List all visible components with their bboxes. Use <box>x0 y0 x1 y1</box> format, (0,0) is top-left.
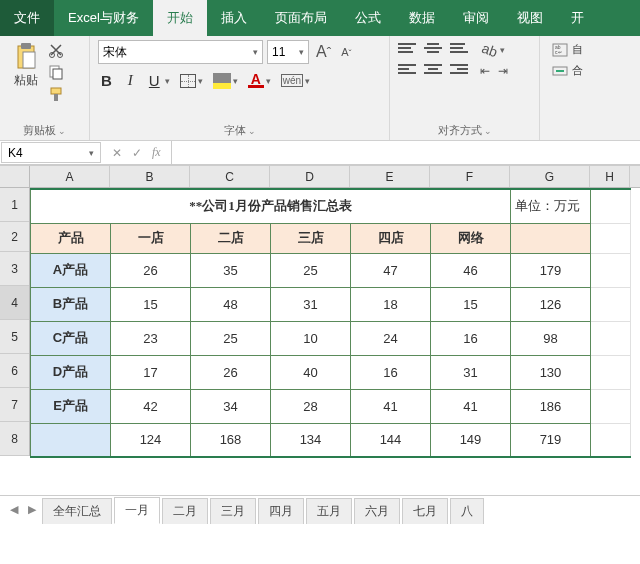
cell[interactable]: 18 <box>351 287 431 321</box>
column-header[interactable]: C <box>190 166 270 187</box>
column-header[interactable]: A <box>30 166 110 187</box>
row-header[interactable]: 3 <box>0 252 29 286</box>
cell[interactable]: 15 <box>431 287 511 321</box>
cell[interactable]: 179 <box>511 253 591 287</box>
cell[interactable]: 41 <box>351 389 431 423</box>
cell[interactable]: D产品 <box>31 355 111 389</box>
sheet-tab-all[interactable]: 全年汇总 <box>42 498 112 524</box>
cell[interactable]: 四店 <box>351 223 431 253</box>
row-header[interactable]: 7 <box>0 388 29 422</box>
cell[interactable]: C产品 <box>31 321 111 355</box>
cell[interactable]: 130 <box>511 355 591 389</box>
row-header[interactable]: 8 <box>0 422 29 456</box>
formula-input[interactable] <box>172 141 640 164</box>
cell[interactable]: 网络 <box>431 223 511 253</box>
row-header[interactable]: 1 <box>0 188 29 222</box>
cell[interactable]: 134 <box>271 423 351 457</box>
cell[interactable]: 168 <box>191 423 271 457</box>
column-header[interactable]: H <box>590 166 630 187</box>
sheet-tab-feb[interactable]: 二月 <box>162 498 208 524</box>
cell[interactable]: 719 <box>511 423 591 457</box>
cell[interactable]: 40 <box>271 355 351 389</box>
column-header[interactable]: G <box>510 166 590 187</box>
menu-formula[interactable]: 公式 <box>341 0 395 36</box>
cell[interactable] <box>511 223 591 253</box>
cell[interactable]: 24 <box>351 321 431 355</box>
cell[interactable]: 25 <box>191 321 271 355</box>
underline-button[interactable]: U▾ <box>146 72 170 89</box>
sheet-tab-mar[interactable]: 三月 <box>210 498 256 524</box>
cell[interactable]: **公司1月份产品销售汇总表 <box>31 189 511 223</box>
cell[interactable]: 产品 <box>31 223 111 253</box>
bold-button[interactable]: B <box>98 72 115 89</box>
sheet-tab-may[interactable]: 五月 <box>306 498 352 524</box>
cell[interactable]: 46 <box>431 253 511 287</box>
cell[interactable]: 10 <box>271 321 351 355</box>
cell[interactable]: 三店 <box>271 223 351 253</box>
cell[interactable]: 35 <box>191 253 271 287</box>
cell[interactable] <box>591 287 631 321</box>
orientation-button[interactable]: ab▾ <box>482 42 505 58</box>
cell[interactable]: 15 <box>111 287 191 321</box>
cell[interactable]: 23 <box>111 321 191 355</box>
confirm-icon[interactable]: ✓ <box>132 146 142 160</box>
cell[interactable]: 144 <box>351 423 431 457</box>
cell[interactable]: 28 <box>271 389 351 423</box>
column-header[interactable]: D <box>270 166 350 187</box>
align-bottom-icon[interactable] <box>450 43 468 57</box>
cell[interactable]: 单位：万元 <box>511 189 591 223</box>
font-size-selector[interactable]: 11 ▾ <box>267 40 309 64</box>
row-header[interactable]: 5 <box>0 320 29 354</box>
menu-view[interactable]: 视图 <box>503 0 557 36</box>
cancel-icon[interactable]: ✕ <box>112 146 122 160</box>
cell[interactable]: 34 <box>191 389 271 423</box>
align-middle-icon[interactable] <box>424 43 442 57</box>
cell[interactable]: 16 <box>351 355 431 389</box>
cell[interactable]: 42 <box>111 389 191 423</box>
column-header[interactable]: B <box>110 166 190 187</box>
row-header[interactable]: 2 <box>0 222 29 252</box>
increase-font-icon[interactable]: Aˆ <box>313 43 334 61</box>
italic-button[interactable]: I <box>125 72 136 89</box>
sheet-tab-jun[interactable]: 六月 <box>354 498 400 524</box>
cell[interactable] <box>591 189 631 223</box>
border-button[interactable]: ▾ <box>180 74 203 88</box>
menu-file[interactable]: 文件 <box>0 0 54 36</box>
cell[interactable]: B产品 <box>31 287 111 321</box>
cell[interactable]: A产品 <box>31 253 111 287</box>
cell[interactable]: E产品 <box>31 389 111 423</box>
menu-page-layout[interactable]: 页面布局 <box>261 0 341 36</box>
cell[interactable]: 26 <box>111 253 191 287</box>
cell[interactable] <box>591 223 631 253</box>
column-header[interactable]: F <box>430 166 510 187</box>
cells-area[interactable]: **公司1月份产品销售汇总表单位：万元产品一店二店三店四店网络A产品263525… <box>30 188 631 458</box>
align-center-icon[interactable] <box>424 64 442 78</box>
menu-home[interactable]: 开始 <box>153 0 207 36</box>
menu-developer[interactable]: 开 <box>557 0 598 36</box>
cell[interactable] <box>31 423 111 457</box>
copy-icon[interactable] <box>48 64 64 80</box>
cell[interactable]: 149 <box>431 423 511 457</box>
decrease-indent-icon[interactable]: ⇤ <box>480 64 490 78</box>
cell[interactable]: 126 <box>511 287 591 321</box>
cell[interactable]: 41 <box>431 389 511 423</box>
row-header[interactable]: 4 <box>0 286 29 320</box>
cell[interactable] <box>591 423 631 457</box>
cell[interactable]: 一店 <box>111 223 191 253</box>
sheet-nav-next[interactable]: ▶ <box>24 503 40 516</box>
cell[interactable] <box>591 321 631 355</box>
sheet-tab-apr[interactable]: 四月 <box>258 498 304 524</box>
cell[interactable]: 17 <box>111 355 191 389</box>
cell[interactable] <box>591 355 631 389</box>
menu-excel-finance[interactable]: Excel与财务 <box>54 0 153 36</box>
cell[interactable] <box>591 253 631 287</box>
font-name-selector[interactable]: 宋体 ▾ <box>98 40 263 64</box>
sheet-tab-jan[interactable]: 一月 <box>114 497 160 524</box>
cell[interactable]: 186 <box>511 389 591 423</box>
align-left-icon[interactable] <box>398 64 416 78</box>
cell[interactable]: 25 <box>271 253 351 287</box>
wrap-text-button[interactable]: abc↵ 自 <box>552 42 588 57</box>
sheet-nav-prev[interactable]: ◀ <box>6 503 22 516</box>
cell[interactable]: 26 <box>191 355 271 389</box>
decrease-font-icon[interactable]: Aˇ <box>338 46 354 58</box>
